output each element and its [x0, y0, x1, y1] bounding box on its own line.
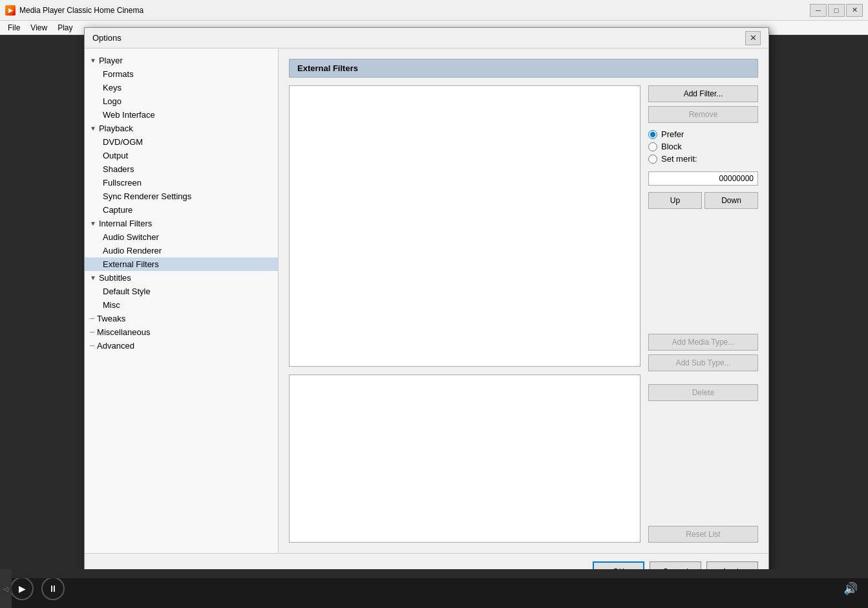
nav-item-formats[interactable]: Formats — [85, 67, 278, 81]
nav-item-miscellaneous[interactable]: ─ Miscellaneous — [85, 325, 278, 339]
nav-item-advanced[interactable]: ─ Advanced — [85, 339, 278, 353]
nav-item-tweaks[interactable]: ─ Tweaks — [85, 312, 278, 325]
nav-label-misc: Misc — [103, 300, 120, 310]
nav-label-capture: Capture — [103, 205, 132, 215]
block-label: Block — [661, 142, 682, 151]
window-controls: ─ □ ✕ — [810, 4, 863, 17]
prefer-radio[interactable] — [648, 130, 657, 139]
nav-item-fullscreen[interactable]: Fullscreen — [85, 176, 278, 190]
buttons-column: Add Filter... Remove Prefer Block — [648, 85, 758, 543]
filter-mode-group: Prefer Block Set merit: — [648, 129, 758, 164]
dash-advanced: ─ — [90, 342, 94, 349]
nav-item-player[interactable]: ▼ Player — [85, 54, 278, 67]
nav-label-tweaks: Tweaks — [97, 314, 125, 323]
nav-item-output[interactable]: Output — [85, 149, 278, 162]
menu-play[interactable]: Play — [52, 22, 78, 34]
media-types-listbox[interactable] — [289, 375, 640, 543]
dialog-close-button[interactable]: ✕ — [745, 31, 761, 45]
up-down-row: Up Down — [648, 192, 758, 209]
menu-view[interactable]: View — [25, 22, 52, 34]
nav-item-external-filters[interactable]: External Filters — [85, 257, 278, 271]
minimize-button[interactable]: ─ — [810, 4, 827, 17]
nav-item-logo[interactable]: Logo — [85, 94, 278, 108]
nav-item-capture[interactable]: Capture — [85, 203, 278, 217]
volume-icon: 🔊 — [843, 581, 858, 596]
nav-label-default-style: Default Style — [103, 287, 151, 296]
dash-tweaks: ─ — [90, 315, 94, 322]
menu-file[interactable]: File — [3, 22, 25, 34]
content-header: External Filters — [289, 59, 758, 78]
nav-label-audio-renderer: Audio Renderer — [103, 246, 162, 255]
nav-label-keys: Keys — [103, 83, 122, 92]
app-icon: ▶ — [5, 5, 16, 16]
panel-toggle[interactable]: ◁ — [0, 569, 12, 608]
dialog-title: Options — [92, 33, 745, 43]
remove-button[interactable]: Remove — [648, 106, 758, 123]
options-dialog: Options ✕ ▼ Player Formats Keys Logo Web… — [84, 27, 769, 590]
down-button[interactable]: Down — [704, 192, 758, 209]
dialog-title-bar: Options ✕ — [85, 28, 768, 49]
nav-label-sync-renderer: Sync Renderer Settings — [103, 191, 191, 201]
prefer-label: Prefer — [661, 129, 684, 139]
add-filter-button[interactable]: Add Filter... — [648, 85, 758, 102]
nav-item-playback[interactable]: ▼ Playback — [85, 122, 278, 135]
seek-bar[interactable] — [0, 569, 868, 578]
nav-label-dvd-ogm: DVD/OGM — [103, 137, 143, 147]
expand-arrow-internal-filters: ▼ — [90, 220, 96, 227]
nav-label-miscellaneous: Miscellaneous — [97, 327, 150, 337]
title-bar: ▶ Media Player Classic Home Cinema ─ □ ✕ — [0, 0, 868, 21]
nav-item-shaders[interactable]: Shaders — [85, 162, 278, 176]
player-controls: ◁ ▶ ⏸ 🔊 — [0, 569, 868, 608]
play-button[interactable]: ▶ — [10, 577, 34, 600]
dialog-body: ▼ Player Formats Keys Logo Web Interface… — [85, 49, 768, 553]
filters-listbox[interactable] — [289, 85, 640, 367]
up-button[interactable]: Up — [648, 192, 702, 209]
pause-button[interactable]: ⏸ — [41, 577, 65, 600]
nav-item-dvd-ogm[interactable]: DVD/OGM — [85, 135, 278, 149]
app-title: Media Player Classic Home Cinema — [19, 6, 810, 15]
close-button[interactable]: ✕ — [846, 4, 863, 17]
nav-label-internal-filters: Internal Filters — [99, 219, 152, 228]
nav-item-internal-filters[interactable]: ▼ Internal Filters — [85, 217, 278, 230]
nav-tree: ▼ Player Formats Keys Logo Web Interface… — [85, 49, 279, 553]
nav-item-misc[interactable]: Misc — [85, 298, 278, 312]
nav-label-subtitles: Subtitles — [99, 273, 131, 283]
content-main: Add Filter... Remove Prefer Block — [289, 85, 758, 543]
nav-label-shaders: Shaders — [103, 164, 134, 174]
nav-item-subtitles[interactable]: ▼ Subtitles — [85, 271, 278, 285]
nav-label-audio-switcher: Audio Switcher — [103, 232, 159, 242]
merit-input[interactable] — [648, 171, 758, 186]
nav-label-formats: Formats — [103, 69, 134, 79]
nav-item-web-interface[interactable]: Web Interface — [85, 108, 278, 122]
expand-arrow-playback: ▼ — [90, 125, 96, 132]
set-merit-label: Set merit: — [661, 154, 697, 164]
expand-arrow-subtitles: ▼ — [90, 274, 96, 281]
nav-item-sync-renderer[interactable]: Sync Renderer Settings — [85, 190, 278, 203]
reset-list-button[interactable]: Reset List — [648, 526, 758, 543]
nav-label-external-filters: External Filters — [103, 259, 159, 269]
nav-item-keys[interactable]: Keys — [85, 81, 278, 94]
nav-label-fullscreen: Fullscreen — [103, 178, 142, 188]
block-radio-item[interactable]: Block — [648, 142, 758, 151]
nav-label-web-interface: Web Interface — [103, 110, 155, 120]
filter-section — [289, 85, 640, 543]
dash-misc: ─ — [90, 329, 94, 336]
block-radio[interactable] — [648, 142, 657, 151]
content-area: External Filters Add Filter... Remove — [279, 49, 768, 553]
nav-label-advanced: Advanced — [97, 341, 134, 351]
maximize-button[interactable]: □ — [828, 4, 845, 17]
expand-arrow-player: ▼ — [90, 57, 96, 64]
nav-item-audio-renderer[interactable]: Audio Renderer — [85, 244, 278, 257]
nav-label-logo: Logo — [103, 96, 122, 106]
set-merit-radio-item[interactable]: Set merit: — [648, 154, 758, 164]
add-sub-type-button[interactable]: Add Sub Type... — [648, 354, 758, 371]
add-media-type-button[interactable]: Add Media Type... — [648, 334, 758, 351]
nav-label-output: Output — [103, 151, 128, 160]
nav-item-default-style[interactable]: Default Style — [85, 285, 278, 298]
nav-label-player: Player — [99, 56, 123, 65]
set-merit-radio[interactable] — [648, 155, 657, 164]
delete-button[interactable]: Delete — [648, 384, 758, 401]
nav-item-audio-switcher[interactable]: Audio Switcher — [85, 230, 278, 244]
nav-label-playback: Playback — [99, 124, 133, 133]
prefer-radio-item[interactable]: Prefer — [648, 129, 758, 139]
